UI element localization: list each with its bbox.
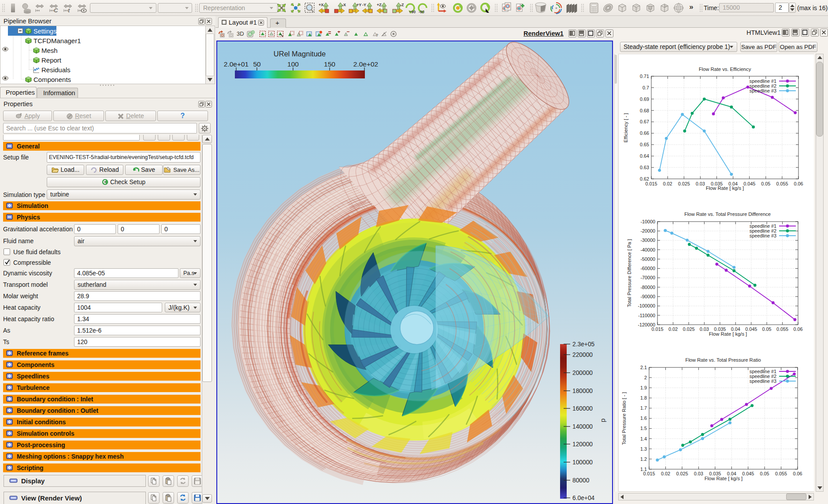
svg-text:1.6: 1.6 <box>640 415 647 421</box>
svg-text:1.4: 1.4 <box>640 436 647 441</box>
svg-text:0.06: 0.06 <box>793 471 802 476</box>
svg-text:0.025: 0.025 <box>676 471 688 476</box>
svg-text:1.5: 1.5 <box>640 426 647 431</box>
svg-text:0.02: 0.02 <box>661 471 670 476</box>
svg-text:0.05: 0.05 <box>760 471 769 476</box>
svg-text:Flow Rate [ kg/s ]: Flow Rate [ kg/s ] <box>705 476 743 481</box>
svg-text:1.7: 1.7 <box>640 405 647 411</box>
svg-text:Total Pressure Ratio [ - ]: Total Pressure Ratio [ - ] <box>621 392 627 445</box>
svg-text:1.3: 1.3 <box>640 446 647 452</box>
svg-text:Flow Rate vs. Total Pressure R: Flow Rate vs. Total Pressure Ratio <box>685 357 761 363</box>
svg-text:2.1: 2.1 <box>640 365 647 370</box>
svg-text:1.1: 1.1 <box>640 467 647 472</box>
svg-text:1.8: 1.8 <box>640 395 647 400</box>
svg-text:0.03: 0.03 <box>694 471 703 476</box>
svg-text:2: 2 <box>644 375 647 380</box>
svg-text:speedline #3: speedline #3 <box>750 378 776 384</box>
svg-text:0.055: 0.055 <box>775 471 787 476</box>
svg-text:1.2: 1.2 <box>640 456 647 462</box>
svg-text:0.045: 0.045 <box>742 471 754 476</box>
svg-text:1.9: 1.9 <box>640 385 647 390</box>
